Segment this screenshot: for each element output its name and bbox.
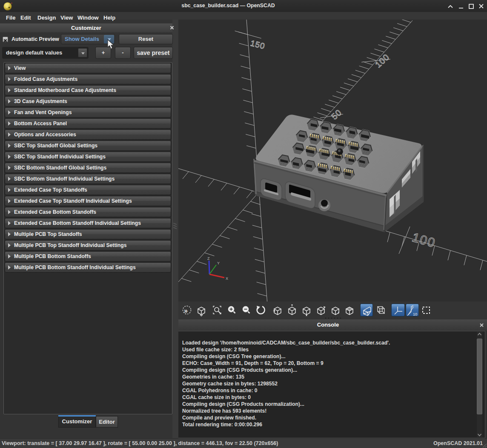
svg-text:10: 10 xyxy=(413,312,417,316)
svg-text:X: X xyxy=(226,276,228,281)
svg-text:Y: Y xyxy=(217,261,220,265)
svg-text:Z: Z xyxy=(207,256,210,261)
svg-text:»: » xyxy=(184,307,188,314)
svg-text:F: F xyxy=(412,304,414,308)
